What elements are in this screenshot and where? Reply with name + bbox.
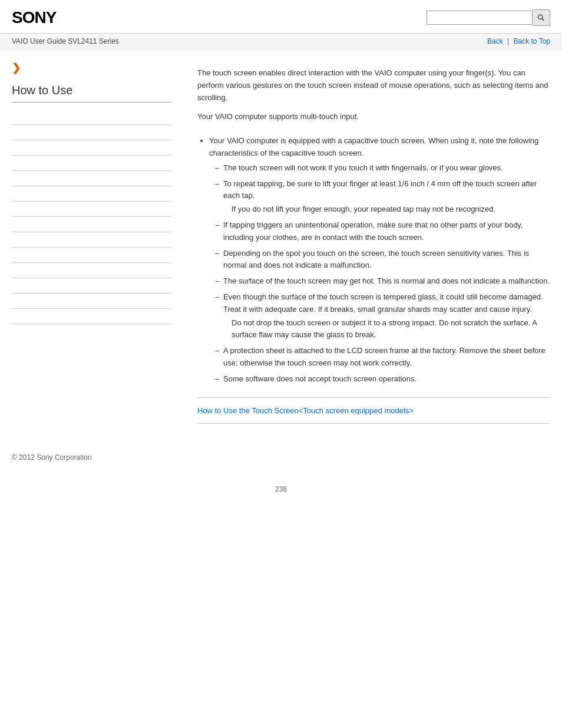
dash-item-8: Some software does not accept touch scre… bbox=[215, 373, 550, 386]
breadcrumb-separator: | bbox=[507, 37, 509, 45]
dash-item-text: Depending on the spot you touch on the s… bbox=[223, 249, 529, 270]
header: SONY bbox=[0, 0, 562, 34]
touch-screen-link[interactable]: How to Use the Touch Screen<Touch screen… bbox=[197, 406, 414, 415]
list-item bbox=[12, 110, 171, 125]
main-content: ❯ How to Use The touch screen enables di… bbox=[0, 50, 562, 436]
list-item bbox=[12, 202, 171, 217]
search-input[interactable] bbox=[427, 11, 533, 25]
dash-item-6: Even though the surface of the touch scr… bbox=[215, 291, 550, 341]
list-item bbox=[12, 140, 171, 156]
note-box: Your VAIO computer is equipped with a ca… bbox=[197, 135, 550, 385]
sub-note: If you do not lift your finger enough, y… bbox=[232, 203, 550, 216]
list-item bbox=[12, 156, 171, 171]
note-intro-text: Your VAIO computer is equipped with a ca… bbox=[209, 136, 538, 157]
dash-item-2: To repeat tapping, be sure to lift your … bbox=[215, 178, 550, 216]
search-button[interactable] bbox=[533, 9, 550, 26]
search-box bbox=[427, 9, 550, 26]
list-item bbox=[12, 309, 171, 324]
sony-logo: SONY bbox=[12, 8, 56, 27]
dash-item-text: If tapping triggers an unintentional ope… bbox=[223, 220, 523, 242]
intro-paragraph-1: The touch screen enables direct interact… bbox=[197, 67, 550, 104]
list-item bbox=[12, 217, 171, 232]
list-item bbox=[12, 263, 171, 278]
copyright: © 2012 Sony Corporation bbox=[12, 453, 92, 462]
dash-item-text: Even though the surface of the touch scr… bbox=[223, 292, 543, 314]
sub-note: Do not drop the touch screen or subject … bbox=[232, 317, 550, 342]
chevron-icon: ❯ bbox=[12, 61, 171, 74]
list-item bbox=[12, 125, 171, 140]
svg-line-1 bbox=[542, 19, 544, 21]
dash-item-text: A protection sheet is attached to the LC… bbox=[223, 346, 546, 367]
dash-item-text: To repeat tapping, be sure to lift your … bbox=[223, 179, 537, 200]
intro-paragraph-2: Your VAIO computer supports multi-touch … bbox=[197, 111, 550, 123]
breadcrumb-left: VAIO User Guide SVL2411 Series bbox=[12, 37, 119, 45]
footer: © 2012 Sony Corporation bbox=[0, 436, 562, 473]
dash-item-1: The touch screen will not work if you to… bbox=[215, 162, 550, 174]
sidebar-section-title: How to Use bbox=[12, 84, 171, 103]
list-item bbox=[12, 186, 171, 202]
bullet-list: Your VAIO computer is equipped with a ca… bbox=[197, 135, 550, 385]
svg-point-0 bbox=[538, 15, 543, 19]
list-item: Your VAIO computer is equipped with a ca… bbox=[209, 135, 550, 385]
list-item bbox=[12, 294, 171, 309]
content-area: The touch screen enables direct interact… bbox=[180, 50, 562, 436]
dash-item-5: The surface of the touch screen may get … bbox=[215, 275, 550, 288]
sidebar-nav bbox=[12, 110, 171, 324]
page-number: 238 bbox=[0, 473, 562, 505]
dash-item-3: If tapping triggers an unintentional ope… bbox=[215, 219, 550, 244]
sidebar: ❯ How to Use bbox=[0, 50, 180, 436]
link-section: How to Use the Touch Screen<Touch screen… bbox=[197, 397, 550, 424]
dash-item-4: Depending on the spot you touch on the s… bbox=[215, 248, 550, 272]
list-item bbox=[12, 278, 171, 294]
search-icon bbox=[537, 14, 545, 22]
back-to-top-link[interactable]: Back to Top bbox=[514, 37, 550, 45]
breadcrumb-bar: VAIO User Guide SVL2411 Series Back | Ba… bbox=[0, 34, 562, 50]
breadcrumb-right: Back | Back to Top bbox=[487, 37, 550, 45]
dash-list: The touch screen will not work if you to… bbox=[209, 162, 550, 386]
list-item bbox=[12, 248, 171, 263]
back-link[interactable]: Back bbox=[487, 37, 503, 45]
list-item bbox=[12, 171, 171, 186]
dash-item-text: The touch screen will not work if you to… bbox=[223, 163, 503, 172]
dash-item-text: Some software does not accept touch scre… bbox=[223, 374, 416, 383]
dash-item-text: The surface of the touch screen may get … bbox=[223, 276, 550, 285]
dash-item-7: A protection sheet is attached to the LC… bbox=[215, 345, 550, 370]
list-item bbox=[12, 232, 171, 248]
